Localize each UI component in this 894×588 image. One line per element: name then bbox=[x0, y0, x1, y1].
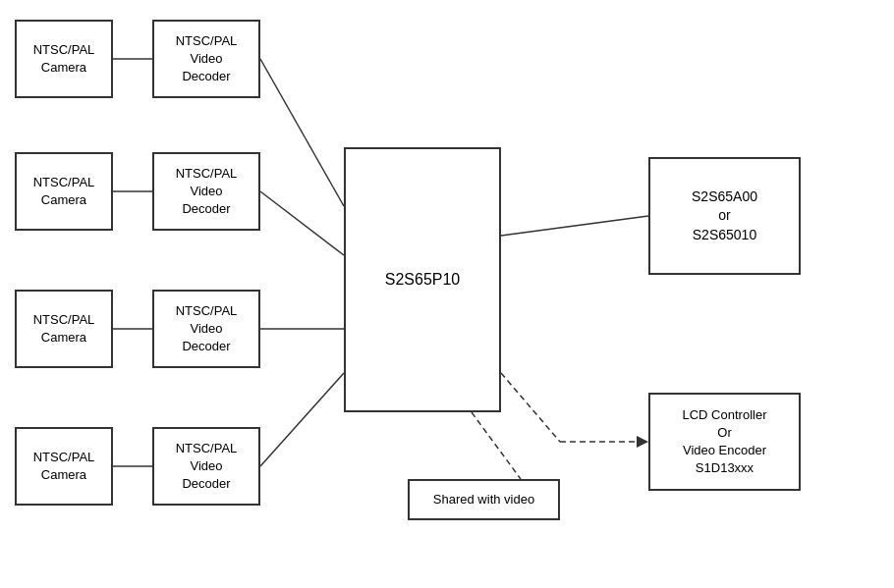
decoder4-block: NTSC/PAL Video Decoder bbox=[152, 427, 260, 506]
decoder1-block: NTSC/PAL Video Decoder bbox=[152, 20, 260, 98]
output1-block: S2S65A00 or S2S65010 bbox=[648, 157, 801, 275]
central-block: S2S65P10 bbox=[344, 147, 501, 412]
camera3-block: NTSC/PAL Camera bbox=[15, 290, 113, 368]
camera2-block: NTSC/PAL Camera bbox=[15, 152, 113, 231]
decoder3-block: NTSC/PAL Video Decoder bbox=[152, 290, 260, 368]
svg-line-8 bbox=[501, 216, 648, 236]
svg-line-7 bbox=[260, 373, 344, 466]
svg-line-4 bbox=[260, 59, 344, 206]
camera1-block: NTSC/PAL Camera bbox=[15, 20, 113, 98]
decoder2-block: NTSC/PAL Video Decoder bbox=[152, 152, 260, 231]
diagram: NTSC/PAL Camera NTSC/PAL Video Decoder N… bbox=[0, 0, 894, 588]
svg-marker-11 bbox=[637, 436, 648, 448]
svg-line-12 bbox=[472, 412, 521, 479]
shared-with-video-block: Shared with video bbox=[408, 479, 560, 520]
svg-line-5 bbox=[260, 191, 344, 255]
camera4-block: NTSC/PAL Camera bbox=[15, 427, 113, 506]
shared-with-video-label: Shared with video bbox=[433, 491, 534, 508]
output2-block: LCD Controller Or Video Encoder S1D13xxx bbox=[648, 393, 801, 491]
svg-line-9 bbox=[501, 373, 560, 442]
